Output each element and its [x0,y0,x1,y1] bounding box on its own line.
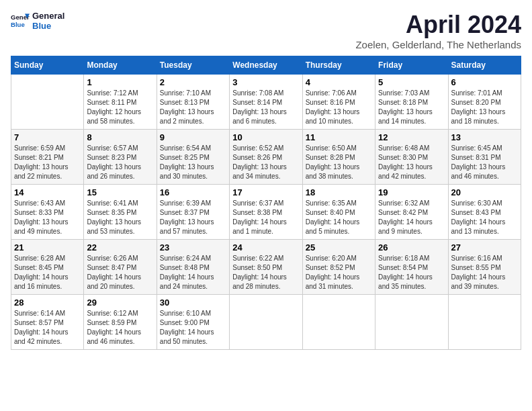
day-number: 4 [306,77,372,87]
header-friday: Friday [375,56,448,75]
day-number: 23 [160,242,226,253]
logo: General Blue General Blue [11,11,64,31]
calendar-cell: 29Sunrise: 6:12 AMSunset: 8:59 PMDayligh… [84,295,157,350]
day-info: Sunrise: 6:24 AMSunset: 8:48 PMDaylight:… [160,254,226,291]
day-number: 7 [14,132,81,142]
day-info: Sunrise: 6:43 AMSunset: 8:33 PMDaylight:… [14,199,81,236]
day-number: 16 [160,187,226,197]
day-info: Sunrise: 6:18 AMSunset: 8:54 PMDaylight:… [378,254,445,291]
day-info: Sunrise: 6:39 AMSunset: 8:37 PMDaylight:… [160,199,226,236]
day-number: 30 [160,298,226,308]
day-info: Sunrise: 7:03 AMSunset: 8:18 PMDaylight:… [378,89,445,126]
day-info: Sunrise: 6:16 AMSunset: 8:55 PMDaylight:… [451,254,518,291]
day-info: Sunrise: 7:06 AMSunset: 8:16 PMDaylight:… [306,89,372,126]
day-info: Sunrise: 6:41 AMSunset: 8:35 PMDaylight:… [87,199,153,236]
calendar-cell: 11Sunrise: 6:50 AMSunset: 8:28 PMDayligh… [302,130,375,185]
calendar-week-5: 28Sunrise: 6:14 AMSunset: 8:57 PMDayligh… [11,295,521,350]
day-number: 2 [160,77,226,87]
calendar-cell: 5Sunrise: 7:03 AMSunset: 8:18 PMDaylight… [375,75,448,130]
calendar-week-1: 1Sunrise: 7:12 AMSunset: 8:11 PMDaylight… [11,75,521,130]
page-header: General Blue General Blue April 2024 Zoe… [11,11,521,50]
day-number: 19 [378,187,445,197]
calendar-week-2: 7Sunrise: 6:59 AMSunset: 8:21 PMDaylight… [11,130,521,185]
calendar-cell: 25Sunrise: 6:20 AMSunset: 8:52 PMDayligh… [302,240,375,295]
calendar-cell [302,295,375,350]
calendar-cell: 20Sunrise: 6:30 AMSunset: 8:43 PMDayligh… [448,185,521,240]
calendar-cell: 7Sunrise: 6:59 AMSunset: 8:21 PMDaylight… [11,130,84,185]
day-info: Sunrise: 6:32 AMSunset: 8:42 PMDaylight:… [378,199,445,236]
calendar-cell: 17Sunrise: 6:37 AMSunset: 8:38 PMDayligh… [230,185,302,240]
day-info: Sunrise: 7:01 AMSunset: 8:20 PMDaylight:… [451,89,518,126]
calendar-cell: 6Sunrise: 7:01 AMSunset: 8:20 PMDaylight… [448,75,521,130]
calendar-cell: 23Sunrise: 6:24 AMSunset: 8:48 PMDayligh… [157,240,229,295]
logo-line1: General [32,11,64,21]
day-number: 20 [451,187,518,197]
day-number: 26 [378,242,445,253]
calendar-cell: 9Sunrise: 6:54 AMSunset: 8:25 PMDaylight… [157,130,229,185]
day-number: 3 [232,77,299,87]
header-row: Sunday Monday Tuesday Wednesday Thursday… [11,56,521,75]
calendar-cell: 13Sunrise: 6:45 AMSunset: 8:31 PMDayligh… [448,130,521,185]
day-number: 10 [232,132,299,142]
day-info: Sunrise: 6:22 AMSunset: 8:50 PMDaylight:… [232,254,299,291]
calendar-cell: 14Sunrise: 6:43 AMSunset: 8:33 PMDayligh… [11,185,84,240]
day-info: Sunrise: 6:28 AMSunset: 8:45 PMDaylight:… [14,254,81,291]
day-number: 27 [451,242,518,253]
logo-icon: General Blue [11,11,30,30]
calendar-table: Sunday Monday Tuesday Wednesday Thursday… [11,56,521,350]
svg-text:Blue: Blue [11,21,25,28]
day-info: Sunrise: 6:10 AMSunset: 9:00 PMDaylight:… [160,309,226,347]
calendar-cell [375,295,448,350]
header-thursday: Thursday [302,56,375,75]
day-number: 1 [87,77,153,87]
calendar-cell [448,295,521,350]
calendar-cell: 4Sunrise: 7:06 AMSunset: 8:16 PMDaylight… [302,75,375,130]
calendar-cell: 1Sunrise: 7:12 AMSunset: 8:11 PMDaylight… [84,75,157,130]
day-info: Sunrise: 7:08 AMSunset: 8:14 PMDaylight:… [232,89,299,126]
day-number: 14 [14,187,81,197]
day-number: 6 [451,77,518,87]
day-info: Sunrise: 6:35 AMSunset: 8:40 PMDaylight:… [306,199,372,236]
logo-line2: Blue [32,21,64,31]
day-info: Sunrise: 6:48 AMSunset: 8:30 PMDaylight:… [378,144,445,181]
day-info: Sunrise: 6:54 AMSunset: 8:25 PMDaylight:… [160,144,226,181]
header-saturday: Saturday [448,56,521,75]
calendar-cell [11,75,84,130]
calendar-header: Sunday Monday Tuesday Wednesday Thursday… [11,56,521,75]
calendar-cell: 30Sunrise: 6:10 AMSunset: 9:00 PMDayligh… [157,295,229,350]
day-number: 13 [451,132,518,142]
calendar-cell: 8Sunrise: 6:57 AMSunset: 8:23 PMDaylight… [84,130,157,185]
calendar-title: April 2024 [355,11,521,39]
day-number: 28 [14,298,81,308]
calendar-body: 1Sunrise: 7:12 AMSunset: 8:11 PMDaylight… [11,75,521,350]
day-info: Sunrise: 6:50 AMSunset: 8:28 PMDaylight:… [306,144,372,181]
calendar-cell: 12Sunrise: 6:48 AMSunset: 8:30 PMDayligh… [375,130,448,185]
calendar-cell: 21Sunrise: 6:28 AMSunset: 8:45 PMDayligh… [11,240,84,295]
calendar-cell: 27Sunrise: 6:16 AMSunset: 8:55 PMDayligh… [448,240,521,295]
day-number: 22 [87,242,153,253]
day-info: Sunrise: 6:12 AMSunset: 8:59 PMDaylight:… [87,309,153,347]
day-info: Sunrise: 7:12 AMSunset: 8:11 PMDaylight:… [87,89,153,126]
day-number: 15 [87,187,153,197]
day-info: Sunrise: 6:57 AMSunset: 8:23 PMDaylight:… [87,144,153,181]
calendar-cell: 18Sunrise: 6:35 AMSunset: 8:40 PMDayligh… [302,185,375,240]
day-number: 25 [306,242,372,253]
calendar-subtitle: Zoelen, Gelderland, The Netherlands [355,39,521,50]
day-number: 18 [306,187,372,197]
day-number: 11 [306,132,372,142]
day-info: Sunrise: 6:37 AMSunset: 8:38 PMDaylight:… [232,199,299,236]
header-monday: Monday [84,56,157,75]
day-info: Sunrise: 7:10 AMSunset: 8:13 PMDaylight:… [160,89,226,126]
day-number: 8 [87,132,153,142]
day-number: 5 [378,77,445,87]
day-number: 17 [232,187,299,197]
calendar-cell: 19Sunrise: 6:32 AMSunset: 8:42 PMDayligh… [375,185,448,240]
header-tuesday: Tuesday [157,56,229,75]
calendar-cell: 3Sunrise: 7:08 AMSunset: 8:14 PMDaylight… [230,75,302,130]
day-info: Sunrise: 6:20 AMSunset: 8:52 PMDaylight:… [306,254,372,291]
calendar-cell: 24Sunrise: 6:22 AMSunset: 8:50 PMDayligh… [230,240,302,295]
calendar-cell: 15Sunrise: 6:41 AMSunset: 8:35 PMDayligh… [84,185,157,240]
day-info: Sunrise: 6:14 AMSunset: 8:57 PMDaylight:… [14,309,81,347]
day-info: Sunrise: 6:45 AMSunset: 8:31 PMDaylight:… [451,144,518,181]
day-number: 29 [87,298,153,308]
